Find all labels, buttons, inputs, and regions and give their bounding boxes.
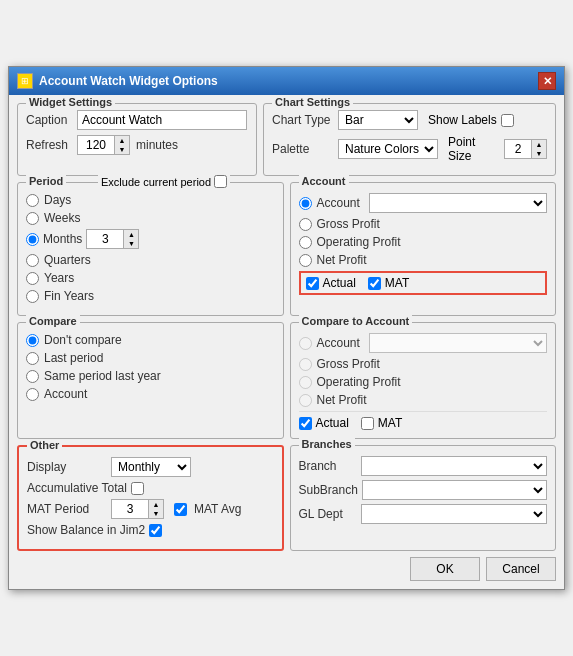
cta-gross-profit-label: Gross Profit xyxy=(317,357,380,371)
branch-select[interactable] xyxy=(361,456,548,476)
cta-net-profit-radio[interactable] xyxy=(299,394,312,407)
show-labels-label: Show Labels xyxy=(428,113,497,127)
mat-checkbox[interactable] xyxy=(368,277,381,290)
refresh-input[interactable] xyxy=(77,135,115,155)
refresh-spinner: ▲ ▼ xyxy=(77,135,130,155)
last-period-label: Last period xyxy=(44,351,103,365)
account-select[interactable] xyxy=(369,193,547,213)
compare-group: Compare Don't compare Last period Same p… xyxy=(17,322,284,439)
cta-operating-profit-radio[interactable] xyxy=(299,376,312,389)
refresh-down-btn[interactable]: ▼ xyxy=(115,145,129,154)
window-title: Account Watch Widget Options xyxy=(39,74,218,88)
fin-years-label: Fin Years xyxy=(44,289,94,303)
gl-dept-label: GL Dept xyxy=(299,507,357,521)
compare-to-account-group: Compare to Account Account Gross Profit … xyxy=(290,322,557,439)
main-window: ⊞ Account Watch Widget Options ✕ Widget … xyxy=(8,66,565,590)
refresh-label: Refresh xyxy=(26,138,71,152)
other-group: Other Display Monthly Weekly Daily Accum… xyxy=(17,445,284,551)
point-size-spinner: ▲ ▼ xyxy=(504,139,547,159)
palette-select[interactable]: Nature Colors Default Ocean xyxy=(338,139,438,159)
point-size-input[interactable] xyxy=(504,139,532,159)
exclude-row: Exclude current period xyxy=(98,175,230,188)
fin-years-radio[interactable] xyxy=(26,290,39,303)
mat-period-up-btn[interactable]: ▲ xyxy=(149,500,163,509)
window-icon: ⊞ xyxy=(17,73,33,89)
subbranch-label: SubBranch xyxy=(299,483,358,497)
weeks-radio[interactable] xyxy=(26,212,39,225)
display-select[interactable]: Monthly Weekly Daily xyxy=(111,457,191,477)
title-bar: ⊞ Account Watch Widget Options ✕ xyxy=(9,67,564,95)
widget-settings-group: Widget Settings Caption Refresh ▲ ▼ minu… xyxy=(17,103,257,176)
operating-profit-label: Operating Profit xyxy=(317,235,401,249)
mat-period-spinner: ▲ ▼ xyxy=(111,499,164,519)
branches-group: Branches Branch SubBranch GL Dept xyxy=(290,445,557,551)
minutes-label: minutes xyxy=(136,138,178,152)
chart-type-label: Chart Type xyxy=(272,113,334,127)
months-input[interactable] xyxy=(86,229,124,249)
account-radio[interactable] xyxy=(299,197,312,210)
mat-period-down-btn[interactable]: ▼ xyxy=(149,509,163,518)
mat-period-input[interactable] xyxy=(111,499,149,519)
dont-compare-label: Don't compare xyxy=(44,333,122,347)
widget-settings-label: Widget Settings xyxy=(26,96,115,108)
period-group: Period Exclude current period Days Weeks… xyxy=(17,182,284,316)
cta-actual-checkbox[interactable] xyxy=(299,417,312,430)
mat-avg-checkbox[interactable] xyxy=(174,503,187,516)
point-size-down-btn[interactable]: ▼ xyxy=(532,149,546,158)
compare-account-radio[interactable] xyxy=(26,388,39,401)
cta-account-label: Account xyxy=(317,336,360,350)
mat-label: MAT xyxy=(385,276,409,290)
point-size-up-btn[interactable]: ▲ xyxy=(532,140,546,149)
same-period-label: Same period last year xyxy=(44,369,161,383)
months-radio[interactable] xyxy=(26,233,39,246)
gross-profit-radio[interactable] xyxy=(299,218,312,231)
mat-period-label: MAT Period xyxy=(27,502,107,516)
close-button[interactable]: ✕ xyxy=(538,72,556,90)
quarters-label: Quarters xyxy=(44,253,91,267)
ok-button[interactable]: OK xyxy=(410,557,480,581)
operating-profit-radio[interactable] xyxy=(299,236,312,249)
accumulative-label: Accumulative Total xyxy=(27,481,127,495)
cta-mat-label: MAT xyxy=(378,416,402,430)
net-profit-label: Net Profit xyxy=(317,253,367,267)
palette-label: Palette xyxy=(272,142,334,156)
show-labels-checkbox[interactable] xyxy=(501,114,514,127)
months-up-btn[interactable]: ▲ xyxy=(124,230,138,239)
cta-account-select[interactable] xyxy=(369,333,547,353)
cta-operating-profit-label: Operating Profit xyxy=(317,375,401,389)
show-balance-label: Show Balance in Jim2 xyxy=(27,523,145,537)
subbranch-select[interactable] xyxy=(362,480,547,500)
cta-gross-profit-radio[interactable] xyxy=(299,358,312,371)
quarters-radio[interactable] xyxy=(26,254,39,267)
refresh-up-btn[interactable]: ▲ xyxy=(115,136,129,145)
days-label: Days xyxy=(44,193,71,207)
cancel-button[interactable]: Cancel xyxy=(486,557,556,581)
days-radio[interactable] xyxy=(26,194,39,207)
gl-dept-select[interactable] xyxy=(361,504,548,524)
months-down-btn[interactable]: ▼ xyxy=(124,239,138,248)
chart-type-select[interactable]: Bar Line Area xyxy=(338,110,418,130)
display-label: Display xyxy=(27,460,107,474)
caption-input[interactable] xyxy=(77,110,247,130)
caption-label: Caption xyxy=(26,113,71,127)
exclude-label: Exclude current period xyxy=(101,176,211,188)
account-group-label: Account xyxy=(299,175,349,187)
compare-account-label: Account xyxy=(44,387,87,401)
net-profit-radio[interactable] xyxy=(299,254,312,267)
exclude-checkbox[interactable] xyxy=(214,175,227,188)
account-radio-label: Account xyxy=(317,196,360,210)
last-period-radio[interactable] xyxy=(26,352,39,365)
same-period-radio[interactable] xyxy=(26,370,39,383)
show-balance-checkbox[interactable] xyxy=(149,524,162,537)
cta-mat-checkbox[interactable] xyxy=(361,417,374,430)
point-size-label: Point Size xyxy=(448,135,500,163)
years-radio[interactable] xyxy=(26,272,39,285)
gross-profit-label: Gross Profit xyxy=(317,217,380,231)
actual-checkbox[interactable] xyxy=(306,277,319,290)
period-label: Period xyxy=(26,175,66,187)
accumulative-checkbox[interactable] xyxy=(131,482,144,495)
compare-to-account-label: Compare to Account xyxy=(299,315,413,327)
months-spinner: ▲ ▼ xyxy=(86,229,139,249)
cta-account-radio[interactable] xyxy=(299,337,312,350)
dont-compare-radio[interactable] xyxy=(26,334,39,347)
